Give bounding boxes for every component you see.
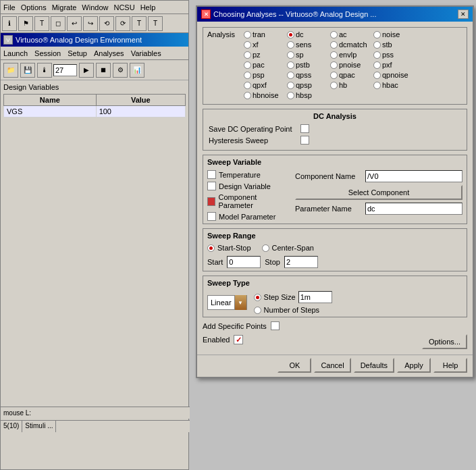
tb2-btn6[interactable]: 📊: [130, 63, 144, 78]
select-component-button[interactable]: Select Component: [295, 185, 462, 200]
toolbar-btn-t[interactable]: T: [132, 16, 147, 31]
submenu-launch[interactable]: Launch: [3, 49, 28, 57]
radio-hb[interactable]: hb: [330, 81, 371, 89]
toolbar-btn-5[interactable]: ↩: [67, 16, 82, 31]
toolbar-btn-8[interactable]: ⟳: [115, 16, 130, 31]
menu-ncsu[interactable]: NCSU: [113, 3, 134, 11]
table-row[interactable]: VGS 100: [4, 106, 186, 118]
radio-sens[interactable]: sens: [287, 41, 327, 49]
st-step-size-radio[interactable]: Step Size: [254, 291, 332, 303]
defaults-button[interactable]: Defaults: [354, 358, 394, 373]
radio-pnoise[interactable]: pnoise: [330, 61, 371, 69]
radio-sp-label: sp: [296, 51, 304, 59]
options-button[interactable]: Options...: [422, 334, 467, 349]
dc-hysteresis-row: Hysteresis Sweep: [209, 136, 461, 145]
dv-section-title: Design Variables: [3, 83, 186, 91]
radio-tran[interactable]: tran: [244, 30, 284, 38]
radio-stb[interactable]: stb: [373, 41, 414, 49]
menu-migrate[interactable]: Migrate: [52, 3, 77, 11]
help-button[interactable]: Help: [433, 358, 467, 373]
radio-envlp[interactable]: envlp: [330, 51, 371, 59]
toolbar-btn-7[interactable]: ⟲: [99, 16, 114, 31]
parameter-name-input[interactable]: [365, 203, 462, 215]
radio-psp[interactable]: psp: [244, 71, 284, 79]
radio-pstb[interactable]: pstb: [287, 61, 327, 69]
dc-hysteresis-checkbox[interactable]: [300, 136, 309, 145]
toolbar-btn-1[interactable]: ℹ: [2, 16, 17, 31]
sv-component-parameter-row[interactable]: Component Parameter: [207, 193, 290, 209]
tb2-btn3[interactable]: ▶: [79, 63, 94, 78]
st-step-size-dot: [254, 294, 261, 301]
toolbar-btn-2[interactable]: ⚑: [18, 16, 33, 31]
tb2-btn5[interactable]: ⚙: [113, 63, 128, 78]
radio-xf[interactable]: xf: [244, 41, 284, 49]
radio-hbac[interactable]: hbac: [373, 81, 414, 89]
radio-hbnoise[interactable]: hbnoise: [244, 91, 284, 99]
radio-pxf[interactable]: pxf: [373, 61, 414, 69]
enabled-checkbox[interactable]: ✓: [234, 335, 243, 344]
sv-temperature-row[interactable]: Temperature: [207, 170, 290, 179]
radio-dc-label: dc: [296, 30, 304, 38]
sr-center-span-radio[interactable]: Center-Span: [262, 244, 314, 252]
st-num-steps-radio[interactable]: Number of Steps: [254, 306, 332, 314]
sv-model-parameter-row[interactable]: Model Parameter: [207, 212, 290, 221]
radio-ac-label: ac: [339, 30, 347, 38]
menu-file[interactable]: File: [3, 3, 16, 11]
dc-save-checkbox[interactable]: [300, 124, 309, 133]
tb2-btn2[interactable]: 💾: [20, 63, 35, 78]
sv-design-variable-checkbox[interactable]: [207, 182, 216, 190]
radio-pz[interactable]: pz: [244, 51, 284, 59]
radio-noise[interactable]: noise: [373, 30, 414, 38]
toolbar-btn-4[interactable]: ◻: [51, 16, 65, 31]
cancel-button[interactable]: Cancel: [314, 358, 350, 373]
submenu-analyses[interactable]: Analyses: [94, 49, 124, 57]
radio-dcmatch[interactable]: dcmatch: [330, 41, 371, 49]
sr-start-input[interactable]: [227, 256, 261, 268]
menu-options[interactable]: Options: [21, 3, 47, 11]
sv-model-parameter-checkbox[interactable]: [207, 212, 216, 221]
sv-left: Temperature Design Variable Component Pa…: [207, 170, 290, 221]
radio-dc[interactable]: dc: [287, 30, 327, 38]
radio-qpxf-dot: [244, 82, 251, 89]
sr-stop-input[interactable]: [284, 256, 318, 268]
tb2-btn4[interactable]: ⏹: [96, 63, 111, 78]
radio-hbsp[interactable]: hbsp: [287, 91, 327, 99]
sweep-type-select-wrapper[interactable]: Linear ▼: [207, 295, 247, 310]
apply-button[interactable]: Apply: [397, 358, 431, 373]
radio-xf-dot: [244, 41, 251, 49]
sweep-type-dropdown-btn[interactable]: ▼: [234, 295, 246, 310]
close-button[interactable]: ✕: [458, 9, 469, 19]
sv-temperature-checkbox[interactable]: [207, 170, 216, 179]
toolbar-btn-9[interactable]: T: [148, 16, 163, 31]
submenu-session[interactable]: Session: [34, 49, 61, 57]
radio-qpxf[interactable]: qpxf: [244, 81, 284, 89]
analysis-section: Analysis tran dc ac: [203, 27, 467, 105]
radio-sp[interactable]: sp: [287, 51, 327, 59]
temp-input[interactable]: [53, 64, 77, 76]
sv-right: Component Name Select Component Paramete…: [295, 170, 462, 221]
radio-qpsp-label: qpsp: [296, 81, 312, 89]
radio-qpac[interactable]: qpac: [330, 71, 371, 79]
component-name-input[interactable]: [365, 170, 462, 182]
tb2-temp-icon[interactable]: 🌡: [37, 63, 52, 78]
toolbar-btn-3[interactable]: T: [34, 16, 49, 31]
dc-hysteresis-label: Hysteresis Sweep: [209, 136, 296, 145]
radio-qpsp[interactable]: qpsp: [287, 81, 327, 89]
submenu-variables[interactable]: Variables: [131, 49, 161, 57]
radio-pac[interactable]: pac: [244, 61, 284, 69]
radio-ac[interactable]: ac: [330, 30, 371, 38]
menu-help[interactable]: Help: [140, 3, 156, 11]
radio-pss[interactable]: pss: [373, 51, 414, 59]
sr-start-stop-radio[interactable]: Start-Stop: [207, 244, 251, 252]
tb2-btn1[interactable]: 📁: [3, 63, 18, 78]
ok-button[interactable]: OK: [277, 358, 311, 373]
radio-qpnoise[interactable]: qpnoise: [373, 71, 414, 79]
sv-component-parameter-checkbox[interactable]: [207, 197, 215, 206]
radio-qpss[interactable]: qpss: [287, 71, 327, 79]
sv-design-variable-row[interactable]: Design Variable: [207, 182, 290, 190]
add-specific-points-checkbox[interactable]: [271, 321, 280, 330]
submenu-setup[interactable]: Setup: [68, 49, 87, 57]
menu-window[interactable]: Window: [82, 3, 108, 11]
st-step-size-input[interactable]: [298, 291, 332, 303]
toolbar-btn-6[interactable]: ↪: [83, 16, 98, 31]
